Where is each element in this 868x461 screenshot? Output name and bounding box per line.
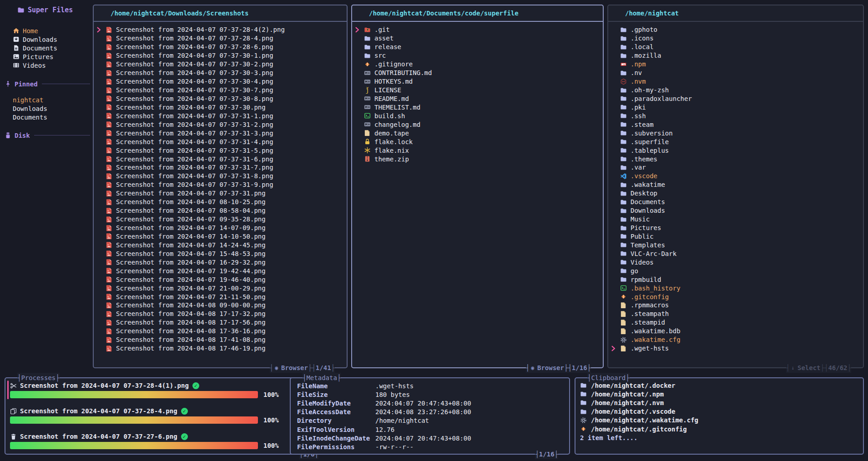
- file-row[interactable]: Screenshot from 2024-04-07 19-46-40.png: [94, 275, 347, 284]
- file-row[interactable]: .nvm: [608, 77, 863, 86]
- file-row[interactable]: Screenshot from 2024-04-07 15-48-53.png: [94, 249, 347, 258]
- file-row[interactable]: .rpmmacros: [608, 301, 863, 310]
- file-row[interactable]: rpmbuild: [608, 275, 863, 284]
- file-row[interactable]: Screenshot from 2024-04-07 07-37-28-6.pn…: [94, 43, 347, 51]
- file-row[interactable]: Screenshot from 2024-04-07 14-24-45.png: [94, 241, 347, 249]
- file-row[interactable]: .wakatime.cfg: [608, 336, 863, 344]
- file-row[interactable]: .vscode: [608, 172, 863, 180]
- sidebar-nav-item[interactable]: Pictures: [5, 52, 90, 61]
- file-row[interactable]: Screenshot from 2024-04-07 07-37-30-4.pn…: [94, 77, 347, 86]
- file-row[interactable]: README.md: [352, 95, 603, 103]
- file-row[interactable]: Screenshot from 2024-04-07 14-10-50.png: [94, 232, 347, 241]
- process-item[interactable]: Screenshot from 2024-04-07 07-37-28-4.pn…: [10, 406, 329, 424]
- file-row[interactable]: Screenshot from 2024-04-07 07-37-31-8.pn…: [94, 172, 347, 180]
- pinned-item[interactable]: Downloads: [5, 104, 90, 113]
- file-row[interactable]: .icons: [608, 34, 863, 43]
- file-row[interactable]: .ssh: [608, 111, 863, 120]
- file-row[interactable]: Screenshot from 2024-04-07 07-37-31-3.pn…: [94, 129, 347, 137]
- file-row[interactable]: Screenshot from 2024-04-07 07-37-30-2.pn…: [94, 60, 347, 69]
- file-row[interactable]: theme.zip: [352, 155, 603, 163]
- file-row[interactable]: flake.lock: [352, 137, 603, 146]
- file-row[interactable]: .gitignore: [352, 60, 603, 69]
- file-row[interactable]: Screenshot from 2024-04-07 08-10-25.png: [94, 198, 347, 206]
- sidebar-nav-item[interactable]: Videos: [5, 61, 90, 70]
- process-item[interactable]: Screenshot from 2024-04-07 07-37-28-4(1)…: [10, 381, 329, 399]
- file-row[interactable]: Screenshot from 2024-04-07 14-07-09.png: [94, 224, 347, 232]
- file-row[interactable]: .wakatime: [608, 180, 863, 189]
- file-row[interactable]: Screenshot from 2024-04-07 07-37-31-2.pn…: [94, 120, 347, 129]
- file-row[interactable]: Screenshot from 2024-04-08 17-17-32.png: [94, 310, 347, 318]
- file-row[interactable]: .git: [352, 25, 603, 34]
- file-row[interactable]: .bash_history: [608, 284, 863, 292]
- file-row[interactable]: go: [608, 266, 863, 275]
- file-row[interactable]: HOTKEYS.md: [352, 77, 603, 86]
- file-row[interactable]: .wakatime.bdb: [608, 327, 863, 336]
- file-row[interactable]: ǰ LICENSE: [352, 86, 603, 95]
- file-row[interactable]: Screenshot from 2024-04-07 07-37-28-4.pn…: [94, 34, 347, 43]
- file-row[interactable]: asset: [352, 34, 603, 43]
- file-row[interactable]: Screenshot from 2024-04-07 07-37-30-1.pn…: [94, 51, 347, 60]
- file-row[interactable]: Screenshot from 2024-04-07 21-11-50.png: [94, 292, 347, 301]
- file-row[interactable]: release: [352, 43, 603, 51]
- file-row[interactable]: Templates: [608, 241, 863, 249]
- file-row[interactable]: Screenshot from 2024-04-07 07-37-30-7.pn…: [94, 86, 347, 95]
- file-row[interactable]: Screenshot from 2024-04-07 07-37-28-4(2)…: [94, 25, 347, 34]
- file-row[interactable]: Screenshot from 2024-04-07 08-58-04.png: [94, 206, 347, 215]
- file-row[interactable]: Screenshot from 2024-04-08 17-46-19.png: [94, 344, 347, 353]
- file-row[interactable]: Screenshot from 2024-04-07 07-37-31-7.pn…: [94, 163, 347, 172]
- file-row[interactable]: .subversion: [608, 129, 863, 137]
- file-row[interactable]: .themes: [608, 155, 863, 163]
- process-item[interactable]: Screenshot from 2024-04-07 07-37-27-6.pn…: [10, 432, 329, 450]
- file-row[interactable]: Screenshot from 2024-04-07 19-42-44.png: [94, 266, 347, 275]
- file-row[interactable]: .steampid: [608, 318, 863, 327]
- file-row[interactable]: Screenshot from 2024-04-08 17-17-56.png: [94, 318, 347, 327]
- file-row[interactable]: Screenshot from 2024-04-07 21-00-29.png: [94, 284, 347, 292]
- file-row[interactable]: Downloads: [608, 206, 863, 215]
- file-row[interactable]: .pki: [608, 103, 863, 111]
- file-row[interactable]: .npm: [608, 60, 863, 69]
- file-row[interactable]: THEMELIST.md: [352, 103, 603, 111]
- sidebar-nav-item[interactable]: Home: [5, 26, 90, 35]
- file-row[interactable]: Screenshot from 2024-04-07 07-37-31-6.pn…: [94, 155, 347, 163]
- file-row[interactable]: Public: [608, 232, 863, 241]
- file-row[interactable]: .steam: [608, 120, 863, 129]
- file-row[interactable]: CONTRIBUTING.md: [352, 69, 603, 77]
- file-row[interactable]: Screenshot from 2024-04-07 09-35-28.png: [94, 215, 347, 224]
- file-row[interactable]: Screenshot from 2024-04-07 07-37-31.png: [94, 189, 347, 198]
- file-row[interactable]: Desktop: [608, 189, 863, 198]
- file-row[interactable]: flake.nix: [352, 146, 603, 155]
- file-row[interactable]: Screenshot from 2024-04-07 07-37-31-9.pn…: [94, 180, 347, 189]
- file-row[interactable]: Screenshot from 2024-04-07 07-37-31-1.pn…: [94, 111, 347, 120]
- pinned-item[interactable]: nightcat: [5, 95, 90, 104]
- file-row[interactable]: .var: [608, 163, 863, 172]
- file-row[interactable]: .local: [608, 43, 863, 51]
- file-row[interactable]: src: [352, 51, 603, 60]
- file-row[interactable]: .oh-my-zsh: [608, 86, 863, 95]
- file-row[interactable]: .mozilla: [608, 51, 863, 60]
- file-row[interactable]: Videos: [608, 258, 863, 266]
- file-row[interactable]: Screenshot from 2024-04-08 17-41-08.png: [94, 336, 347, 344]
- file-row[interactable]: Screenshot from 2024-04-07 07-37-31-5.pn…: [94, 146, 347, 155]
- file-row[interactable]: .superfile: [608, 137, 863, 146]
- file-row[interactable]: Screenshot from 2024-04-08 17-36-16.png: [94, 327, 347, 336]
- file-row[interactable]: Screenshot from 2024-04-07 07-37-30-3.pn…: [94, 69, 347, 77]
- file-row[interactable]: Screenshot from 2024-04-07 07-37-30.png: [94, 103, 347, 111]
- sidebar-nav-item[interactable]: Documents: [5, 44, 90, 52]
- file-row[interactable]: Screenshot from 2024-04-07 07-37-30-8.pn…: [94, 95, 347, 103]
- file-row[interactable]: .tableplus: [608, 146, 863, 155]
- file-row[interactable]: Screenshot from 2024-04-07 07-37-31-4.pn…: [94, 137, 347, 146]
- file-row[interactable]: changelog.md: [352, 120, 603, 129]
- file-row[interactable]: .steampath: [608, 310, 863, 318]
- file-row[interactable]: Music: [608, 215, 863, 224]
- file-row[interactable]: .gphoto: [608, 25, 863, 34]
- sidebar-nav-item[interactable]: Downloads: [5, 35, 90, 44]
- file-row[interactable]: demo.tape: [352, 129, 603, 137]
- file-row[interactable]: .wget-hsts: [608, 344, 863, 353]
- file-row[interactable]: .paradoxlauncher: [608, 95, 863, 103]
- file-row[interactable]: Documents: [608, 198, 863, 206]
- file-row[interactable]: .nv: [608, 69, 863, 77]
- file-row[interactable]: VLC-Arc-Dark: [608, 249, 863, 258]
- file-row[interactable]: build.sh: [352, 111, 603, 120]
- pinned-item[interactable]: Documents: [5, 113, 90, 121]
- file-row[interactable]: Screenshot from 2024-04-07 16-29-32.png: [94, 258, 347, 266]
